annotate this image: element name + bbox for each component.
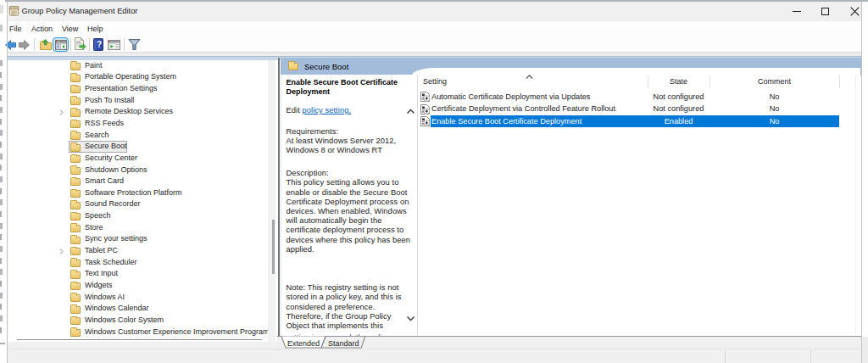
- svg-text:?: ?: [97, 40, 102, 49]
